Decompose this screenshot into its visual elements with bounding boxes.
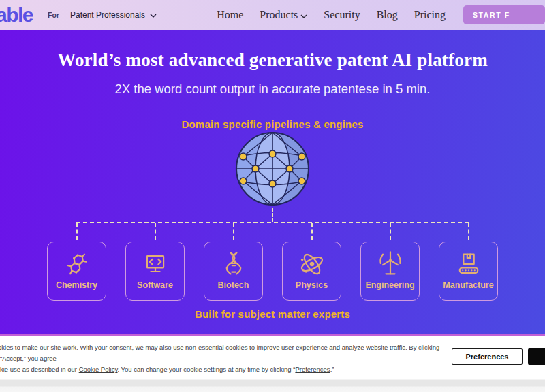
page-title: World’s most advanced generative patent … [0,50,545,71]
connector-drop [390,223,391,240]
nav-links: Home Products Security Blog Pricing [217,9,446,21]
next-section-edge [0,376,545,392]
hero-section: World’s most advanced generative patent … [0,30,545,336]
chevron-down-icon [150,10,157,20]
audience-dropdown[interactable]: Patent Professionals [70,10,157,20]
audience-dropdown-label: Patent Professionals [70,10,145,20]
wireframe-globe-icon [234,131,311,207]
wind-turbine-icon [375,249,405,279]
connector-trunk [76,222,469,223]
start-free-trial-button[interactable]: START F [463,5,545,24]
card-label: Software [137,280,173,290]
logo[interactable]: able [0,0,33,30]
dna-icon [219,249,249,279]
connector-stem [272,208,273,222]
cookie-policy-link[interactable]: Cookie Policy [79,365,118,373]
pipelines-heading: Domain specific pipelines & engines [0,118,545,130]
nav-link-security[interactable]: Security [324,9,360,21]
card-label: Physics [296,280,328,290]
domain-card-physics: Physics [282,242,341,301]
card-label: Manufacture [443,280,493,290]
domain-card-chemistry: Chemistry [47,242,106,301]
cookie-line2-mid: . You can change your cookie settings at… [118,365,296,373]
connector-drop [468,223,469,240]
cookie-line2-prefix: kie use as described in our [0,365,79,373]
domain-cards: Chemistry Software Biotech [0,242,545,301]
preferences-button[interactable]: Preferences [452,348,523,365]
nav-link-products[interactable]: Products [260,9,307,21]
cookie-line2-suffix: .” [330,365,334,373]
card-label: Engineering [365,280,414,290]
card-label: Biotech [218,280,249,290]
connector-drop [233,223,234,240]
hero-subtitle: 2X the word count output in accurate pat… [0,82,545,97]
preferences-link[interactable]: Preferences [295,365,330,373]
molecule-icon [62,249,92,279]
nav-link-home[interactable]: Home [217,9,243,21]
domain-card-manufacture: Manufacture [439,242,498,301]
conveyor-box-icon [454,249,484,279]
atom-icon [297,249,327,279]
connector-drop [155,223,156,240]
nav-link-blog[interactable]: Blog [377,9,398,21]
domain-card-software: Software [125,242,185,301]
for-label: For [48,11,59,19]
connector-drop [76,223,78,240]
globe-illustration [234,131,311,207]
top-nav-bar: able For Patent Professionals Home Produ… [0,0,545,30]
card-label: Chemistry [56,280,97,290]
connector-drop [311,223,313,240]
nav-link-pricing[interactable]: Pricing [414,9,446,21]
domain-card-engineering: Engineering [360,242,420,301]
code-monitor-icon [140,249,170,279]
cookie-line1: okies to make our site work. With your c… [0,344,439,362]
domain-card-biotech: Biotech [204,242,263,301]
accept-button[interactable] [528,348,545,365]
experts-heading: Built for subject matter experts [0,308,545,320]
cookie-banner: okies to make our site work. With your c… [0,337,545,376]
cookie-text: okies to make our site work. With your c… [0,342,443,375]
chevron-down-icon [300,9,307,21]
